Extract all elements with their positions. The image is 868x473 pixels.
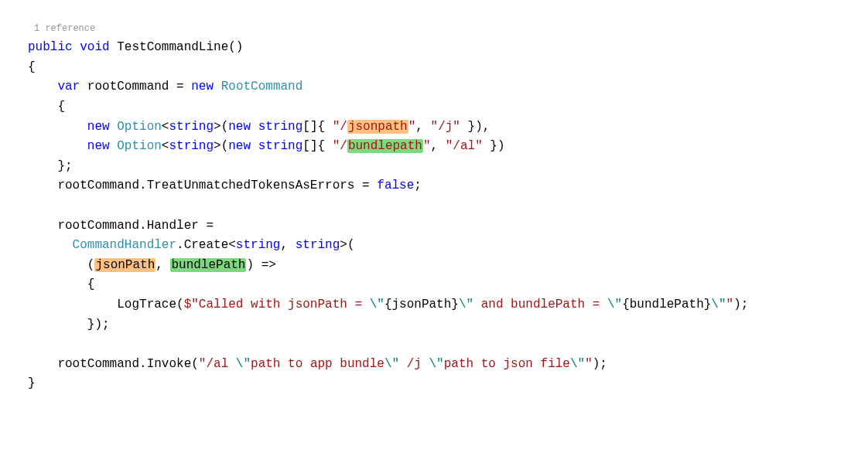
code-line[interactable]: { [28,275,846,295]
highlight-bundlepath-param: bundlePath [170,258,246,272]
code-line[interactable]: public void TestCommandLine() [28,38,846,58]
code-line[interactable]: new Option<string>(new string[]{ "/jsonp… [28,117,846,138]
highlight-bundlepath: bundlepath [347,139,423,153]
code-line[interactable] [28,335,846,355]
code-line[interactable]: var rootCommand = new RootCommand [28,77,846,97]
code-line[interactable]: new Option<string>(new string[]{ "/bundl… [28,137,846,157]
highlight-jsonpath-param: jsonPath [94,258,155,272]
code-line[interactable]: { [28,97,846,117]
code-line[interactable]: LogTrace($"Called with jsonPath = \"{jso… [28,295,846,315]
code-line[interactable]: }); [28,315,846,335]
codelens-reference[interactable]: 1 reference [28,22,846,36]
code-line[interactable]: rootCommand.TreatUnmatchedTokensAsErrors… [28,176,846,196]
code-line[interactable]: rootCommand.Handler = [28,216,846,236]
code-line[interactable] [28,196,846,216]
code-editor: 1 reference public void TestCommandLine(… [22,22,846,394]
code-line[interactable]: (jsonPath, bundlePath) => [28,256,846,276]
code-line[interactable]: CommandHandler.Create<string, string>( [28,236,846,256]
highlight-jsonpath: jsonpath [347,120,408,134]
code-line[interactable]: } [28,374,846,394]
code-line[interactable]: { [28,58,846,78]
code-line[interactable]: }; [28,157,846,177]
code-line[interactable]: rootCommand.Invoke("/al \"path to app bu… [28,355,846,375]
